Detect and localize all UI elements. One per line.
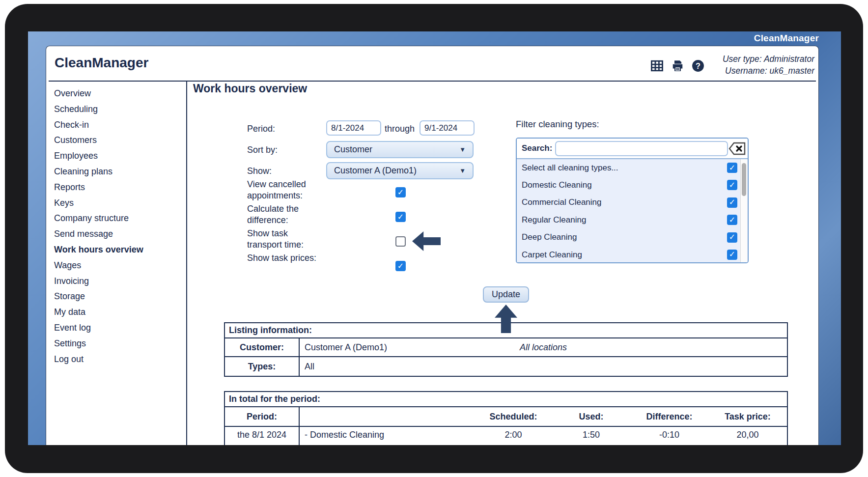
option-checkbox-1[interactable]: ✓ — [395, 212, 406, 222]
option-row: View cancelled appointments:✓ — [247, 179, 453, 200]
column-header: Period: — [225, 407, 300, 426]
filter-title: Filter cleaning types: — [516, 119, 599, 130]
cleaning-type-label: Commercial Cleaning — [517, 197, 602, 207]
table-row: the 8/1 2024 - Domestic Cleaning 2:00 1:… — [225, 427, 787, 445]
sidebar-item-my-data[interactable]: My data — [54, 305, 183, 320]
sidebar-item-event-log[interactable]: Event log — [54, 320, 183, 336]
cleaning-type-label: Regular Cleaning — [517, 215, 586, 225]
period-label: Period: — [247, 124, 275, 134]
svg-text:?: ? — [696, 61, 700, 70]
task-price-cell: 20,00 — [708, 427, 787, 445]
sidebar-item-reports[interactable]: Reports — [54, 180, 183, 196]
sidebar-item-customers[interactable]: Customers — [54, 133, 183, 148]
column-header: Difference: — [630, 407, 708, 426]
cleaning-type-checkbox-4[interactable]: ✓ — [727, 232, 737, 243]
clear-search-button[interactable] — [728, 141, 746, 156]
sidebar-item-cleaning-plans[interactable]: Cleaning plans — [54, 164, 183, 180]
cleaning-type-checkbox-1[interactable]: ✓ — [727, 180, 737, 190]
period-cell: the 8/1 2024 — [225, 427, 300, 445]
app-page: CleanManager ? — [46, 46, 819, 445]
cleaning-type-row[interactable]: Domestic Cleaning✓ — [517, 176, 748, 194]
cleaning-type-row[interactable]: Select all cleaning types...✓ — [517, 159, 748, 176]
page-title: Work hours overview — [193, 82, 307, 95]
sort-by-label: Sort by: — [247, 145, 278, 155]
period-from-input[interactable] — [326, 120, 381, 136]
filter-search-row: Search: — [517, 139, 748, 159]
sidebar-nav: OverviewSchedulingCheck-inCustomersEmplo… — [54, 86, 183, 367]
option-row: Calculate the difference:✓ — [247, 203, 453, 225]
sidebar-item-scheduling[interactable]: Scheduling — [54, 102, 183, 117]
table-row: Customer: Customer A (Demo1) All locatio… — [225, 338, 787, 357]
sidebar-item-invoicing[interactable]: Invoicing — [54, 274, 183, 289]
chevron-down-icon: ▼ — [459, 146, 466, 153]
sidebar-item-settings[interactable]: Settings — [54, 336, 183, 352]
show-select[interactable]: Customer A (Demo1) ▼ — [326, 162, 474, 179]
sidebar-item-work-hours-overview[interactable]: Work hours overview — [54, 242, 183, 258]
show-label: Show: — [247, 166, 272, 176]
cleaning-type-row[interactable]: Deep Cleaning✓ — [517, 229, 748, 246]
option-checkbox-2[interactable] — [395, 236, 406, 247]
options-checkbox-group: View cancelled appointments:✓Calculate t… — [247, 179, 453, 277]
sidebar-item-keys[interactable]: Keys — [54, 196, 183, 211]
cleaning-type-checkbox-5[interactable]: ✓ — [727, 250, 737, 260]
sidebar-item-wages[interactable]: Wages — [54, 258, 183, 274]
locations-note: All locations — [300, 342, 787, 353]
print-icon[interactable] — [671, 59, 684, 72]
update-button[interactable]: Update — [483, 286, 529, 303]
sidebar-divider — [186, 81, 187, 445]
sidebar-item-overview[interactable]: Overview — [54, 86, 183, 102]
table-icon[interactable] — [650, 59, 664, 72]
table-row: Types: All — [225, 357, 787, 376]
window-brand-label: CleanManager — [754, 33, 819, 44]
sidebar-item-company-structure[interactable]: Company structure — [54, 211, 183, 226]
cleaning-type-label: Select all cleaning types... — [517, 163, 618, 173]
header-divider — [49, 81, 816, 82]
cleaning-type-row[interactable]: Commercial Cleaning✓ — [517, 194, 748, 211]
option-checkbox-0[interactable]: ✓ — [395, 187, 406, 197]
customer-label: Customer: — [225, 338, 300, 356]
sidebar-item-check-in[interactable]: Check-in — [54, 117, 183, 133]
totals-table-title: In total for the period: — [225, 392, 787, 407]
task-cell: - Domestic Cleaning — [300, 427, 475, 445]
user-info: User type: Administrator Username: uk6_m… — [723, 53, 814, 77]
customer-value-cell: Customer A (Demo1) All locations — [300, 338, 787, 356]
option-label: Show task transport time: — [247, 228, 321, 250]
sidebar-item-log-out[interactable]: Log out — [54, 352, 183, 367]
filter-panel: Search: Select all cleaning types...✓Dom… — [516, 138, 749, 263]
filter-scrollbar[interactable] — [740, 159, 748, 262]
cleaning-type-label: Carpet Cleaning — [517, 250, 582, 260]
option-label: Show task prices: — [247, 253, 321, 264]
search-label: Search: — [522, 143, 552, 153]
cleaning-type-row[interactable]: Regular Cleaning✓ — [517, 211, 748, 228]
through-label: through — [385, 124, 415, 134]
column-header: Scheduled: — [475, 407, 552, 426]
column-header: Task price: — [708, 407, 787, 426]
cleaning-types-list: Select all cleaning types...✓Domestic Cl… — [517, 159, 748, 262]
header-icon-group: ? — [650, 59, 704, 72]
cleaning-type-checkbox-0[interactable]: ✓ — [727, 163, 737, 173]
option-checkbox-3[interactable]: ✓ — [395, 261, 406, 271]
option-label: Calculate the difference: — [247, 203, 321, 225]
search-input[interactable] — [555, 141, 728, 156]
cleaning-type-label: Domestic Cleaning — [517, 180, 592, 190]
option-label: View cancelled appointments: — [247, 179, 321, 201]
types-value: All — [300, 357, 787, 376]
chevron-down-icon: ▼ — [459, 167, 466, 174]
cleaning-type-checkbox-2[interactable]: ✓ — [727, 197, 737, 208]
show-value: Customer A (Demo1) — [334, 166, 417, 176]
totals-header-row: Period: Scheduled: Used: Difference: Tas… — [225, 407, 787, 427]
sidebar-item-storage[interactable]: Storage — [54, 289, 183, 305]
period-to-input[interactable] — [420, 120, 475, 136]
sort-by-select[interactable]: Customer ▼ — [326, 141, 474, 158]
cleaning-type-row[interactable]: Carpet Cleaning✓ — [517, 246, 748, 263]
totals-table: In total for the period: Period: Schedul… — [224, 391, 788, 445]
backspace-icon — [728, 150, 746, 157]
sidebar-item-employees[interactable]: Employees — [54, 148, 183, 164]
filter-scrollbar-thumb[interactable] — [742, 163, 746, 196]
types-label: Types: — [225, 357, 300, 376]
cleaning-type-checkbox-3[interactable]: ✓ — [727, 215, 737, 225]
sidebar-item-send-message[interactable]: Send message — [54, 226, 183, 242]
scheduled-cell: 2:00 — [475, 427, 552, 445]
column-header: Used: — [552, 407, 630, 426]
help-icon[interactable]: ? — [692, 59, 704, 72]
